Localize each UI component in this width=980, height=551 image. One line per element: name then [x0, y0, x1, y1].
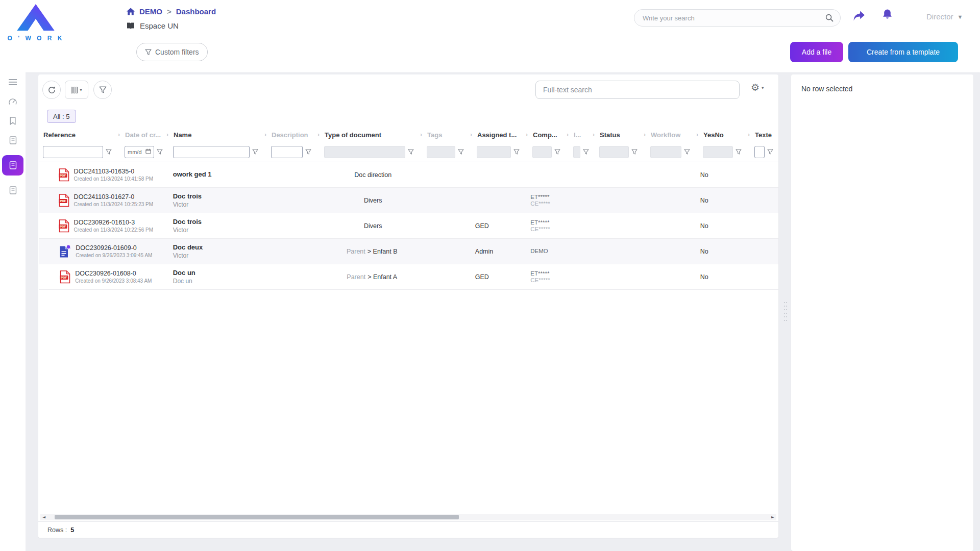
breadcrumb-current[interactable]: Dashboard [176, 7, 216, 16]
table-row[interactable]: PDFDOC230926-01608-0Created on 9/26/2023… [39, 264, 778, 290]
status-cell [593, 239, 644, 264]
filter-funnel-icon[interactable] [252, 149, 258, 155]
grid-settings-button[interactable]: ⚙ ▾ [751, 83, 764, 92]
column-header-status[interactable]: Status› [595, 128, 646, 142]
filter-funnel-icon[interactable] [408, 149, 414, 155]
create-from-template-button[interactable]: Create from a template [848, 42, 958, 62]
sidebar-item-ged-active[interactable] [2, 155, 23, 176]
sort-chevron-icon: › [118, 131, 120, 138]
menu-icon[interactable] [6, 78, 19, 87]
column-header-tags[interactable]: Tags› [423, 128, 473, 142]
sidebar-item-documents[interactable] [6, 136, 19, 145]
table-row[interactable]: PDFDOC230926-01610-3Created on 11/3/2024… [39, 213, 778, 239]
breadcrumb-separator: > [167, 7, 172, 16]
filter-funnel-icon[interactable] [767, 149, 773, 155]
table-row[interactable]: DOC230926-01609-0Created on 9/26/2023 3:… [39, 239, 778, 264]
grip-dots-icon [783, 301, 788, 321]
column-header-texte[interactable]: Texte [750, 128, 778, 142]
sidebar-item-archives[interactable] [6, 186, 19, 195]
sidebar-item-bookmarks[interactable] [6, 116, 19, 126]
chevron-down-icon: ▾ [762, 85, 764, 90]
column-header-reference[interactable]: Reference› [39, 128, 120, 142]
filter-funnel-icon[interactable] [684, 149, 690, 155]
sort-chevron-icon: › [644, 131, 646, 138]
svg-text:PDF: PDF [60, 174, 66, 177]
column-chooser-button[interactable]: ▾ [65, 81, 88, 99]
filter-cell-texte [750, 142, 778, 162]
filter-funnel-icon [145, 49, 152, 56]
filter-funnel-icon[interactable] [631, 149, 638, 155]
sidebar [0, 72, 26, 551]
tab-all-count[interactable]: All : 5 [47, 110, 76, 123]
scrollbar-track[interactable] [47, 514, 769, 520]
home-icon[interactable] [127, 8, 135, 15]
column-header-assigned-t[interactable]: Assigned t...› [473, 128, 528, 142]
texte-cell [747, 162, 778, 187]
search-icon[interactable] [825, 14, 834, 24]
filter-input-description[interactable] [271, 146, 303, 158]
column-header-description[interactable]: Description› [267, 128, 320, 142]
filter-funnel-icon[interactable] [106, 149, 112, 155]
filter-funnel-icon[interactable] [513, 149, 520, 155]
app-logo[interactable]: O ' W O R K [7, 3, 64, 42]
fulltext-search-input[interactable] [535, 81, 740, 99]
sort-chevron-icon: › [593, 131, 595, 138]
filter-funnel-icon[interactable] [583, 149, 589, 155]
user-role-menu[interactable]: Director ▼ [926, 12, 963, 21]
rows-count: 5 [70, 527, 74, 534]
texte-cell [747, 213, 778, 238]
filter-cell-comp [528, 142, 569, 162]
yesno-cell: No [696, 239, 747, 264]
filter-cell-name [169, 142, 267, 162]
column-header-name[interactable]: Name› [169, 128, 267, 142]
name-cell: Doc troisVictor [168, 188, 266, 213]
reference-cell: DOC230926-01609-0Created on 9/26/2023 3:… [39, 239, 168, 264]
column-header-yesno[interactable]: YesNo› [699, 128, 750, 142]
column-header-type-of-document[interactable]: Type of document› [320, 128, 423, 142]
refresh-button[interactable] [42, 81, 61, 99]
global-search-input[interactable] [634, 9, 841, 27]
notifications-button[interactable] [882, 9, 893, 22]
filter-cell-i [569, 142, 595, 162]
svg-text:PDF: PDF [60, 225, 66, 228]
company-cell: ET*****CE***** [526, 264, 567, 289]
filter-input-texte[interactable] [754, 146, 765, 158]
column-header-comp[interactable]: Comp...› [528, 128, 569, 142]
sort-chevron-icon: › [317, 131, 320, 138]
scroll-right-arrow[interactable]: ► [769, 515, 776, 519]
filter-input-reference[interactable] [43, 146, 103, 158]
custom-filters-button[interactable]: Custom filters [136, 43, 208, 61]
table-row[interactable]: PDFDOC241103-01635-0Created on 11/3/2024… [39, 162, 778, 188]
name-cell: Doc unDoc un [168, 264, 266, 289]
breadcrumb-root[interactable]: DEMO [139, 7, 162, 16]
filter-funnel-icon[interactable] [458, 149, 464, 155]
grid-filter-button[interactable] [93, 81, 112, 99]
horizontal-scrollbar[interactable]: ◄ ► [40, 514, 776, 520]
filter-funnel-icon[interactable] [157, 149, 163, 155]
filter-date-input[interactable]: mm/d [125, 146, 154, 158]
company-cell: ET*****CE***** [526, 188, 567, 213]
assigned-cell: Admin [471, 239, 526, 264]
column-header-workflow[interactable]: Workflow› [646, 128, 699, 142]
sidebar-item-dashboard[interactable] [6, 97, 19, 106]
table-row[interactable]: PDFDOC241103-01627-0Created on 11/3/2024… [39, 188, 778, 213]
filter-input-name[interactable] [173, 146, 250, 158]
journal-icon [9, 136, 17, 144]
type-cell: Divers [318, 188, 421, 213]
sort-chevron-icon: › [470, 131, 472, 138]
reference-cell: PDFDOC241103-01635-0Created on 11/3/2024… [39, 162, 168, 187]
sort-chevron-icon: › [567, 131, 569, 138]
filter-funnel-icon[interactable] [736, 149, 742, 155]
filter-funnel-icon[interactable] [305, 149, 311, 155]
share-arrow-icon [852, 10, 866, 22]
scroll-left-arrow[interactable]: ◄ [40, 515, 47, 519]
i-cell [567, 239, 593, 264]
column-header-i[interactable]: I...› [569, 128, 595, 142]
description-cell [266, 264, 319, 289]
scrollbar-thumb[interactable] [55, 515, 459, 519]
column-header-date-of-cr[interactable]: Date of cr...› [120, 128, 169, 142]
filter-funnel-icon[interactable] [554, 149, 560, 155]
add-file-button[interactable]: Add a file [790, 42, 843, 62]
panel-resize-handle[interactable] [783, 301, 788, 323]
share-button[interactable] [852, 10, 866, 23]
